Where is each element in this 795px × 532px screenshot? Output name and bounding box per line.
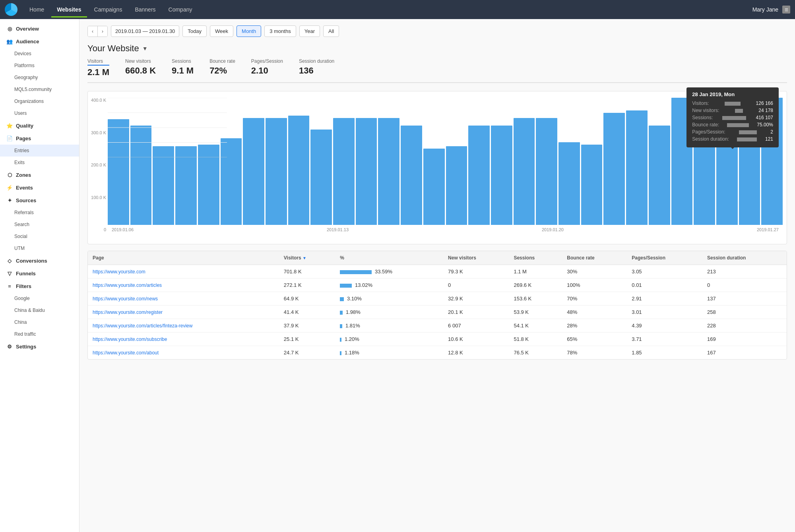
chart-bar-8[interactable] xyxy=(288,116,310,225)
tooltip-sessions-value: 416 107 xyxy=(756,115,773,120)
sidebar-item-overview[interactable]: ◎ Overview xyxy=(0,22,79,35)
website-dropdown[interactable]: ▼ xyxy=(142,45,148,52)
sidebar-item-funnels[interactable]: ▽ Funnels xyxy=(0,267,79,280)
chart-bar-9[interactable] xyxy=(310,130,332,225)
date-range[interactable]: 2019.01.03 — 2019.01.30 xyxy=(111,25,179,37)
nav-websites[interactable]: Websites xyxy=(51,4,87,15)
sidebar-item-china[interactable]: China xyxy=(0,316,79,328)
tooltip-title: 28 Jan 2019, Mon xyxy=(692,91,773,97)
prev-arrow[interactable]: ‹ xyxy=(88,26,97,37)
sidebar-item-zones[interactable]: ⬡ Zones xyxy=(0,168,79,181)
chart-bar-19[interactable] xyxy=(536,118,557,225)
th-pages-session[interactable]: Pages/Session xyxy=(627,251,702,265)
stat-session-duration[interactable]: Session duration 136 xyxy=(299,58,334,77)
th-bounce-rate[interactable]: Bounce rate xyxy=(562,251,627,265)
table-row[interactable]: https://www.yoursite.com/articles 272.1 … xyxy=(88,279,787,292)
website-header: Your Website ▼ xyxy=(87,43,787,54)
td-page: https://www.yoursite.com/articles/fintez… xyxy=(88,319,279,333)
chart-bar-7[interactable] xyxy=(266,118,287,225)
th-pct[interactable]: % xyxy=(335,251,443,265)
th-session-duration[interactable]: Session duration xyxy=(702,251,787,265)
sidebar-item-audience[interactable]: 👥 Audience xyxy=(0,35,79,48)
chart-bar-1[interactable] xyxy=(130,126,152,225)
stat-visitors[interactable]: Visitors 2.1 M xyxy=(87,58,109,77)
sidebar-item-settings[interactable]: ⚙ Settings xyxy=(0,340,79,353)
table-row[interactable]: https://www.yoursite.com/subscribe 25.1 … xyxy=(88,333,787,346)
sidebar-item-conversions[interactable]: ◇ Conversions xyxy=(0,254,79,267)
stat-pages-session[interactable]: Pages/Session 2.10 xyxy=(251,58,283,77)
sidebar-item-referrals[interactable]: Referrals xyxy=(0,207,79,219)
th-sessions[interactable]: Sessions xyxy=(509,251,562,265)
settings-icon: ⚙ xyxy=(6,343,13,350)
chart-bar-16[interactable] xyxy=(468,126,490,225)
sidebar-item-social[interactable]: Social xyxy=(0,230,79,242)
audience-icon: 👥 xyxy=(6,38,13,44)
sidebar-item-filters[interactable]: ≡ Filters xyxy=(0,280,79,292)
chart-bar-3[interactable] xyxy=(175,146,197,225)
table-row[interactable]: https://www.yoursite.com/articles/fintez… xyxy=(88,319,787,333)
sidebar-item-users[interactable]: Users xyxy=(0,107,79,119)
stat-new-visitors[interactable]: New visitors 660.8 K xyxy=(125,58,156,77)
sidebar-item-utm[interactable]: UTM xyxy=(0,242,79,254)
table-row[interactable]: https://www.yoursite.com 701.8 K 33.59% … xyxy=(88,265,787,279)
next-arrow[interactable]: › xyxy=(97,26,107,37)
sidebar-label-china-baidu: China & Baidu xyxy=(14,308,45,313)
sidebar-item-search[interactable]: Search xyxy=(0,219,79,230)
nav-home[interactable]: Home xyxy=(24,4,50,15)
sidebar-item-events[interactable]: ⚡ Events xyxy=(0,181,79,194)
chart-bar-15[interactable] xyxy=(446,146,467,225)
table-row[interactable]: https://www.yoursite.com/about 24.7 K 1.… xyxy=(88,346,787,360)
chart-bar-12[interactable] xyxy=(378,118,399,225)
sidebar-label-sources: Sources xyxy=(16,197,36,203)
chart-bar-20[interactable] xyxy=(558,142,580,225)
chart-bar-5[interactable] xyxy=(221,138,242,225)
sidebar-item-google[interactable]: Google xyxy=(0,292,79,304)
sidebar-item-china-baidu[interactable]: China & Baidu xyxy=(0,304,79,316)
sidebar-item-exits[interactable]: Exits xyxy=(0,157,79,168)
date-btn-3months[interactable]: 3 months xyxy=(264,25,296,37)
stat-bounce-rate[interactable]: Bounce rate 72% xyxy=(209,58,235,77)
sidebar-item-pages[interactable]: 📄 Pages xyxy=(0,132,79,145)
date-btn-year[interactable]: Year xyxy=(299,25,320,37)
sidebar-item-red-traffic[interactable]: Red traffic xyxy=(0,328,79,340)
chart-bar-0[interactable] xyxy=(108,119,129,225)
user-menu-icon[interactable]: ☰ xyxy=(782,6,790,14)
sidebar-item-mql5[interactable]: MQL5.community xyxy=(0,83,79,95)
chart-bar-21[interactable] xyxy=(581,145,603,225)
sidebar-item-quality[interactable]: ⭐ Quality xyxy=(0,119,79,132)
chart-bar-10[interactable] xyxy=(333,118,355,225)
date-btn-today[interactable]: Today xyxy=(182,25,207,37)
chart-bar-4[interactable] xyxy=(198,145,219,225)
td-visitors: 25.1 K xyxy=(279,333,335,346)
chart-bar-22[interactable] xyxy=(603,113,625,225)
th-new-visitors[interactable]: New visitors xyxy=(443,251,509,265)
th-page[interactable]: Page xyxy=(88,251,279,265)
chart-bar-23[interactable] xyxy=(626,110,648,225)
nav-banners[interactable]: Banners xyxy=(129,4,161,15)
th-visitors[interactable]: Visitors ▼ xyxy=(279,251,335,265)
chart-bar-18[interactable] xyxy=(514,118,535,225)
nav-company[interactable]: Company xyxy=(163,4,198,15)
table-row[interactable]: https://www.yoursite.com/register 41.4 K… xyxy=(88,306,787,319)
chart-bars xyxy=(108,98,783,225)
stat-sessions[interactable]: Sessions 9.1 M xyxy=(172,58,194,77)
chart-bar-14[interactable] xyxy=(423,149,445,225)
logo-icon[interactable] xyxy=(5,3,17,16)
chart-bar-2[interactable] xyxy=(153,146,174,225)
date-btn-all[interactable]: All xyxy=(323,25,339,37)
date-btn-week[interactable]: Week xyxy=(210,25,233,37)
chart-bar-11[interactable] xyxy=(356,118,377,225)
sidebar-item-devices[interactable]: Devices xyxy=(0,48,79,60)
date-btn-month[interactable]: Month xyxy=(237,25,261,37)
chart-bar-13[interactable] xyxy=(401,126,422,225)
sidebar-item-geography[interactable]: Geography xyxy=(0,72,79,83)
chart-bar-24[interactable] xyxy=(649,126,670,225)
sidebar-item-sources[interactable]: ✦ Sources xyxy=(0,194,79,207)
table-row[interactable]: https://www.yoursite.com/news 64.9 K 3.1… xyxy=(88,292,787,306)
sidebar-item-organizations[interactable]: Organizations xyxy=(0,95,79,107)
nav-campaigns[interactable]: Campaigns xyxy=(89,4,128,15)
sidebar-item-entries[interactable]: Entries xyxy=(0,145,79,157)
sidebar-item-platforms[interactable]: Platforms xyxy=(0,60,79,72)
chart-bar-6[interactable] xyxy=(243,118,264,225)
chart-bar-17[interactable] xyxy=(491,126,512,225)
